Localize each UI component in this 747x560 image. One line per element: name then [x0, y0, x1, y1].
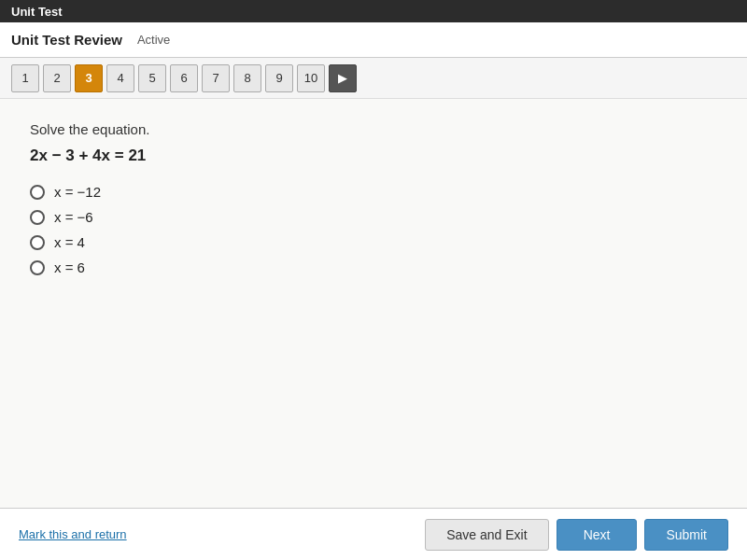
submit-button[interactable]: Submit: [644, 519, 728, 551]
radio-circle-0: [30, 185, 45, 200]
option-item-3[interactable]: x = 6: [30, 259, 717, 275]
option-label-0: x = −12: [54, 184, 101, 200]
option-label-1: x = −6: [54, 209, 93, 225]
nav-btn-2[interactable]: 2: [43, 64, 71, 92]
nav-btn-9[interactable]: 9: [265, 64, 293, 92]
nav-btn-3[interactable]: 3: [75, 64, 103, 92]
footer-right: Save and Exit Next Submit: [425, 519, 728, 551]
question-nav: 12345678910▶: [0, 58, 747, 99]
mark-return-button[interactable]: Mark this and return: [19, 527, 127, 541]
header: Unit Test Review Active: [0, 22, 747, 58]
nav-btn-6[interactable]: 6: [170, 64, 198, 92]
top-bar: Unit Test: [0, 0, 747, 22]
equation: 2x − 3 + 4x = 21: [30, 147, 717, 165]
nav-arrow-button[interactable]: ▶: [329, 64, 357, 92]
option-label-2: x = 4: [54, 234, 85, 250]
footer: Mark this and return Save and Exit Next …: [0, 508, 747, 560]
nav-btn-8[interactable]: 8: [233, 64, 261, 92]
radio-circle-1: [30, 210, 45, 225]
header-title: Unit Test Review: [11, 32, 122, 48]
options-list: x = −12x = −6x = 4x = 6: [30, 184, 717, 275]
question-instruction: Solve the equation.: [30, 121, 717, 137]
content-area: Solve the equation. 2x − 3 + 4x = 21 x =…: [0, 99, 747, 508]
header-status: Active: [137, 33, 170, 47]
radio-circle-2: [30, 235, 45, 250]
radio-circle-3: [30, 260, 45, 275]
nav-btn-10[interactable]: 10: [297, 64, 325, 92]
nav-btn-5[interactable]: 5: [138, 64, 166, 92]
save-exit-button[interactable]: Save and Exit: [425, 519, 548, 551]
next-button[interactable]: Next: [557, 519, 638, 551]
top-bar-title: Unit Test: [11, 5, 63, 19]
option-label-3: x = 6: [54, 259, 85, 275]
option-item-0[interactable]: x = −12: [30, 184, 717, 200]
nav-btn-1[interactable]: 1: [11, 64, 39, 92]
nav-btn-4[interactable]: 4: [106, 64, 134, 92]
option-item-1[interactable]: x = −6: [30, 209, 717, 225]
option-item-2[interactable]: x = 4: [30, 234, 717, 250]
nav-btn-7[interactable]: 7: [202, 64, 230, 92]
